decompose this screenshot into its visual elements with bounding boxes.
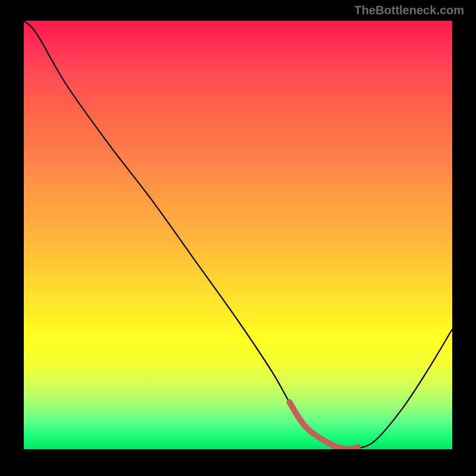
chart-svg — [24, 21, 452, 449]
highlight-segment-path — [289, 402, 358, 449]
attribution-text: TheBottleneck.com — [355, 4, 464, 17]
chart-gradient-area — [24, 21, 452, 449]
bottleneck-curve-path — [24, 21, 452, 449]
